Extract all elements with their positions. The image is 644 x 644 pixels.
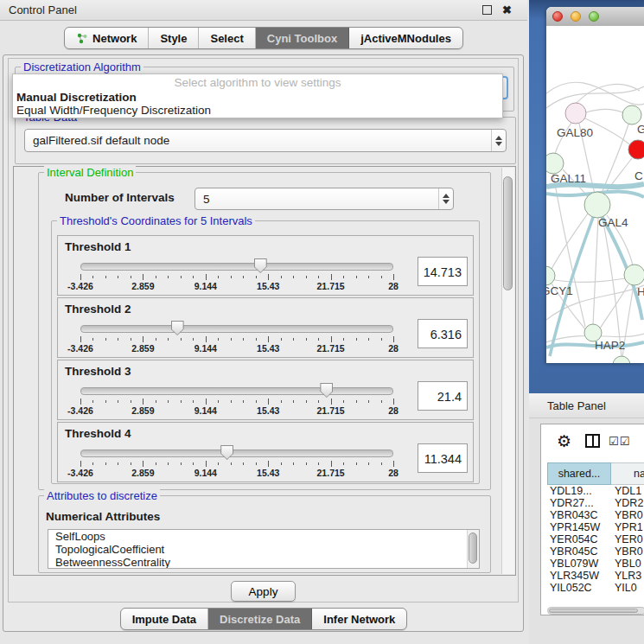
control-panel-titlebar: Control Panel ✖ (0, 0, 527, 21)
slider-thumb[interactable] (254, 258, 267, 273)
algorithm-dropdown-popup: Select algorithm to view settings Manual… (12, 73, 503, 118)
table-cell[interactable]: YLR3 (612, 570, 644, 582)
attribute-item[interactable]: BetweennessCentrality (48, 556, 479, 569)
slider-scale-label: 21.715 (317, 405, 345, 416)
slider-thumb[interactable] (320, 383, 333, 398)
tab-jactivemnodules[interactable]: jActiveMNodules (349, 28, 462, 48)
tab-style[interactable]: Style (149, 28, 199, 48)
combobox-spinner-icon[interactable] (491, 130, 506, 151)
combobox-spinner-icon[interactable] (438, 188, 453, 209)
slider-scale-label: -3.426 (67, 405, 93, 416)
tab-network[interactable]: Network (65, 28, 149, 48)
threshold-4-value[interactable]: 11.344 (418, 443, 468, 473)
table-cell[interactable]: YIL0 (612, 582, 644, 594)
slider-scale-label: 2.859 (131, 405, 154, 416)
thresholds-group: Threshold's Coordinates for 5 Intervals … (51, 220, 480, 484)
tab-infer-network[interactable]: Infer Network (312, 609, 406, 629)
table-cell[interactable]: YDR2 (612, 497, 644, 509)
number-of-intervals-combobox[interactable]: 5 (194, 188, 454, 210)
tab-cyni-toolbox[interactable]: Cyni Toolbox (256, 28, 349, 48)
algorithm-group-title: Discretization Algorithm (21, 61, 143, 73)
attribute-item[interactable]: TopologicalCoefficient (48, 543, 479, 556)
attributes-scrollbar[interactable] (467, 530, 479, 568)
attribute-item[interactable]: SelfLoops (48, 530, 479, 543)
interval-definition-group: Interval Definition Number of Intervals … (38, 172, 491, 490)
numerical-attributes-list[interactable]: SelfLoopsTopologicalCoefficientBetweenne… (48, 529, 480, 569)
table-cell[interactable]: YPR1 (612, 521, 644, 533)
table-row[interactable]: YDL19...YDL1 (547, 485, 644, 497)
table-row[interactable]: YPR145WYPR1 (547, 521, 644, 533)
dropdown-option-manual[interactable]: Manual Discretization (13, 91, 502, 104)
slider-thumb[interactable] (171, 321, 184, 335)
threshold-1-slider[interactable] (80, 263, 393, 271)
node-table[interactable]: shared... na YDL19...YDL1YDR27...YDR2YBR… (547, 462, 644, 596)
slider-scale-label: 2.859 (131, 281, 154, 291)
tab-select[interactable]: Select (199, 28, 255, 48)
tab-discretize-data[interactable]: Discretize Data (208, 609, 312, 629)
table-row[interactable]: YDR27...YDR2 (547, 497, 644, 509)
network-canvas[interactable]: GAL80 GA C GAL11 GAL4 GCY1 H HAP2 (546, 26, 644, 363)
table-cell[interactable]: YPR145W (547, 521, 612, 533)
thresholds-group-title: Threshold's Coordinates for 5 Intervals (57, 214, 255, 227)
checkbox-icons[interactable]: ☑☑ (609, 435, 630, 448)
tab-impute-data[interactable]: Impute Data (121, 609, 208, 629)
node-bottom (613, 356, 630, 363)
threshold-2-value[interactable]: 6.316 (418, 319, 468, 348)
network-icon (76, 33, 88, 44)
table-cell[interactable]: YLR345W (547, 570, 612, 582)
table-cell[interactable]: YBR043C (547, 509, 612, 521)
close-icon[interactable]: ✖ (502, 4, 512, 16)
table-row[interactable]: YIL052CYIL0 (547, 582, 644, 594)
threshold-1-box: Threshold 1 -3.4262.8599.14415.4321.7152… (57, 235, 474, 296)
attributes-group-title: Attributes to discretize (44, 489, 160, 502)
slider-thumb[interactable] (220, 445, 233, 460)
table-cell[interactable]: YDL1 (612, 485, 644, 497)
table-cell[interactable]: YBR0 (612, 509, 644, 521)
table-cell[interactable]: YBL0 (612, 558, 644, 570)
split-columns-icon[interactable] (585, 434, 600, 448)
node-label-h: H (637, 285, 644, 298)
zoom-traffic-light-icon[interactable] (589, 11, 599, 22)
float-window-icon[interactable] (482, 5, 492, 15)
numerical-attributes-label: Numerical Attributes (46, 510, 160, 523)
node-label-ga: GA (637, 123, 644, 136)
dropdown-hint: Select algorithm to view settings (13, 74, 502, 91)
table-data-combobox[interactable]: galFiltered.sif default node (24, 129, 507, 152)
node-label-gal11: GAL11 (551, 172, 586, 185)
table-hscrollbar[interactable] (547, 607, 644, 615)
table-cell[interactable]: YIL052C (547, 582, 612, 594)
dropdown-option-equal-width[interactable]: Equal Width/Frequency Discretization (13, 104, 502, 117)
apply-button[interactable]: Apply (231, 581, 296, 602)
table-cell[interactable]: YBR045C (547, 545, 612, 558)
column-header-name[interactable]: na (611, 462, 644, 485)
settings-scrollbar[interactable] (501, 168, 514, 574)
table-cell[interactable]: YDL19... (547, 485, 612, 497)
table-row[interactable]: YBR043CYBR0 (547, 509, 644, 521)
table-cell[interactable]: YDR27... (547, 497, 612, 509)
minimize-traffic-light-icon[interactable] (571, 11, 581, 22)
threshold-3-value[interactable]: 21.4 (418, 381, 468, 411)
table-cell[interactable]: YBL079W (547, 558, 612, 570)
table-row[interactable]: YBL079WYBL0 (547, 558, 644, 570)
table-panel-title: Table Panel (547, 399, 606, 412)
threshold-4-slider[interactable] (80, 450, 393, 457)
column-header-shared-name[interactable]: shared... (547, 462, 611, 485)
table-row[interactable]: YLR345WYLR3 (547, 570, 644, 582)
slider-scale-label: 15.43 (257, 405, 279, 416)
table-row[interactable]: YER054CYER0 (547, 533, 644, 545)
table-cell[interactable]: YER0 (612, 533, 644, 545)
table-row[interactable]: YBR045CYBR0 (547, 545, 644, 558)
threshold-4-box: Threshold 4 -3.4262.8599.14415.4321.7152… (57, 422, 474, 482)
threshold-3-box: Threshold 3 -3.4262.8599.14415.4321.7152… (57, 360, 474, 420)
threshold-1-value[interactable]: 14.713 (418, 257, 468, 286)
settings-scrollpane: Interval Definition Number of Intervals … (13, 166, 516, 576)
threshold-3-slider[interactable] (80, 387, 393, 395)
gear-icon[interactable]: ⚙ (557, 433, 571, 450)
close-traffic-light-icon[interactable] (552, 11, 563, 22)
table-cell[interactable]: YBR0 (612, 545, 644, 558)
slider-scale-label: 9.144 (194, 281, 217, 291)
slider-scale-label: -3.426 (67, 343, 93, 354)
threshold-2-slider[interactable] (80, 325, 393, 333)
table-cell[interactable]: YER054C (547, 533, 612, 545)
slider-scale-label: 28 (388, 405, 399, 416)
